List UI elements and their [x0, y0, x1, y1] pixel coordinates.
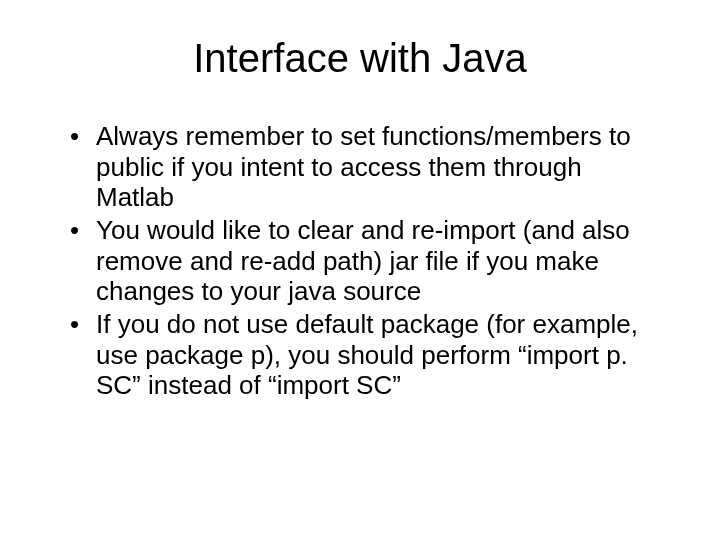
- bullet-list: Always remember to set functions/members…: [60, 121, 660, 401]
- list-item: If you do not use default package (for e…: [70, 309, 660, 401]
- list-item: Always remember to set functions/members…: [70, 121, 660, 213]
- list-item: You would like to clear and re-import (a…: [70, 215, 660, 307]
- slide: Interface with Java Always remember to s…: [0, 0, 720, 540]
- slide-title: Interface with Java: [60, 30, 660, 81]
